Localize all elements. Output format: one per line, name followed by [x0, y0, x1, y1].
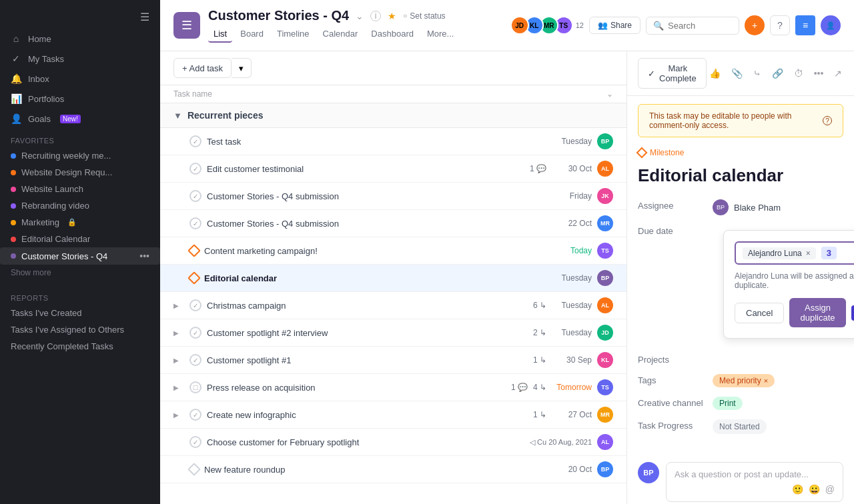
- emoji-icon[interactable]: 🙂: [792, 484, 803, 495]
- fav-dot: [11, 203, 16, 209]
- expand-icon[interactable]: ▶: [173, 411, 184, 419]
- avatar: AL: [597, 161, 613, 177]
- expand-panel-icon[interactable]: ↗: [831, 65, 845, 81]
- sidebar-item-customer-stories-q4[interactable]: Customer Stories - Q4 •••: [0, 247, 160, 265]
- sidebar-item-website-design[interactable]: Website Design Requ...: [0, 164, 160, 181]
- sidebar-item-tasks-created[interactable]: Tasks I've Created: [0, 305, 160, 321]
- assign-duplicate-button[interactable]: Assign duplicate: [789, 298, 845, 327]
- expand-icon[interactable]: ▶: [173, 329, 184, 337]
- chevron-down-icon[interactable]: ⌄: [354, 9, 365, 23]
- star-icon[interactable]: ★: [386, 9, 398, 23]
- sidebar-item-inbox[interactable]: 🔔 Inbox: [0, 69, 160, 89]
- tab-timeline[interactable]: Timeline: [272, 26, 315, 43]
- table-row[interactable]: ▶ ✓ Create new infographic 1 ↳ 27 Oct MR: [160, 401, 626, 429]
- add-button[interactable]: +: [745, 15, 765, 35]
- task-check[interactable]: ✓: [189, 135, 201, 147]
- link-icon[interactable]: 🔗: [769, 65, 786, 81]
- task-progress-row: Task Progress Not Started: [638, 419, 843, 434]
- tab-calendar[interactable]: Calendar: [318, 26, 364, 43]
- tab-more[interactable]: More...: [422, 26, 459, 43]
- sidebar-toggle-icon[interactable]: ☰: [140, 11, 149, 23]
- sidebar-item-recruiting[interactable]: Recruiting weekly me...: [0, 147, 160, 164]
- assignee-value[interactable]: BP Blake Pham: [713, 199, 843, 215]
- task-check[interactable]: ✓: [189, 190, 201, 202]
- sidebar-item-home[interactable]: ⌂ Home: [0, 29, 160, 49]
- comment-area: BP Ask a question or post an update... 🙂…: [638, 462, 843, 502]
- mark-complete-button[interactable]: ✓ Mark Complete: [638, 58, 707, 89]
- expand-icon[interactable]: ▶: [173, 384, 184, 391]
- table-row[interactable]: ✓ Edit customer testimonial 1 💬 30 Oct A…: [160, 155, 626, 183]
- info-icon[interactable]: i: [370, 11, 381, 21]
- remove-assignee-button[interactable]: ×: [806, 249, 811, 258]
- view-toggle-button[interactable]: ≡: [795, 15, 815, 35]
- sidebar-item-my-tasks[interactable]: ✓ My Tasks: [0, 49, 160, 69]
- comment-input-box[interactable]: Ask a question or post an update... 🙂 😀 …: [666, 462, 843, 502]
- task-check[interactable]: ✓: [189, 217, 201, 229]
- share-task-icon[interactable]: ⤷: [751, 65, 764, 81]
- dots-icon[interactable]: •••: [139, 251, 149, 261]
- avatar: AL: [597, 434, 613, 450]
- task-progress-value: Not Started: [713, 419, 843, 434]
- more-icon[interactable]: •••: [811, 65, 827, 81]
- people-icon: 👥: [598, 21, 608, 30]
- sort-icon[interactable]: ⌄: [606, 89, 613, 99]
- table-row[interactable]: Content marketing campaign! Today TS: [160, 237, 626, 265]
- sidebar-item-goals[interactable]: 👤 Goals New!: [0, 109, 160, 129]
- section-toggle[interactable]: ▼: [173, 111, 182, 121]
- sidebar-item-marketing[interactable]: Marketing 🔒: [0, 214, 160, 231]
- table-row[interactable]: ▶ ✓ Customer spotlight #1 1 ↳ 30 Sep KL: [160, 347, 626, 374]
- sidebar-item-editorial-calendar[interactable]: Editorial Calendar: [0, 231, 160, 247]
- sidebar-item-tasks-assigned[interactable]: Tasks I've Assigned to Others: [0, 321, 160, 338]
- tab-board[interactable]: Board: [235, 26, 269, 43]
- fav-dot: [11, 187, 16, 192]
- circle-icon: ○: [403, 12, 407, 19]
- table-row[interactable]: ▶ ✓ Christmas campaign 6 ↳ Tuesday AL: [160, 292, 626, 319]
- table-row[interactable]: ▶ ✓ Customer spotlight #2 interview 2 ↳ …: [160, 319, 626, 347]
- help-button[interactable]: ?: [770, 15, 790, 35]
- tab-list[interactable]: List: [208, 26, 232, 43]
- task-check[interactable]: ✓: [189, 327, 201, 339]
- table-row[interactable]: Editorial calendar Tuesday BP: [160, 265, 626, 292]
- tab-dashboard[interactable]: Dashboard: [366, 26, 419, 43]
- show-more-link[interactable]: Show more: [0, 265, 160, 281]
- search-box[interactable]: 🔍: [646, 17, 739, 35]
- expand-icon[interactable]: ▶: [173, 357, 184, 364]
- notice-help-icon[interactable]: ?: [823, 116, 832, 125]
- sidebar-item-website-launch[interactable]: Website Launch: [0, 181, 160, 197]
- cancel-button[interactable]: Cancel: [735, 303, 784, 323]
- table-row[interactable]: ✓ Test task Tuesday BP: [160, 128, 626, 155]
- table-row[interactable]: ✓ Choose customer for February spotlight…: [160, 429, 626, 456]
- table-row[interactable]: New feature roundup 20 Oct BP: [160, 456, 626, 483]
- table-row[interactable]: ✓ Customer Stories - Q4 submission 22 Oc…: [160, 210, 626, 237]
- remove-tag-button[interactable]: ×: [764, 377, 768, 385]
- paperclip-icon[interactable]: 📎: [729, 65, 745, 81]
- task-diamond[interactable]: [187, 244, 201, 257]
- task-check[interactable]: ✓: [189, 409, 201, 421]
- task-check[interactable]: ✓: [189, 299, 201, 311]
- at-icon[interactable]: @: [825, 484, 835, 495]
- sidebar-item-portfolios[interactable]: 📊 Portfolios: [0, 89, 160, 109]
- set-status-btn[interactable]: ○ Set status: [403, 11, 445, 21]
- expand-icon[interactable]: ▶: [173, 302, 184, 309]
- table-row[interactable]: ✓ Customer Stories - Q4 submission Frida…: [160, 183, 626, 210]
- clock-icon[interactable]: ⏱: [791, 65, 806, 81]
- detail-toolbar: ✓ Mark Complete 👍 📎 ⤷ 🔗 ⏱ ••• ↗: [627, 51, 854, 96]
- avatar: MR: [597, 407, 613, 423]
- task-check[interactable]: ✓: [189, 436, 201, 448]
- table-row[interactable]: ▶ □ Press release on acquisition 1 💬 4 ↳…: [160, 374, 626, 401]
- search-input[interactable]: [668, 21, 732, 31]
- header-title-area: Customer Stories - Q4 ⌄ i ★ ○ Set status…: [208, 8, 506, 43]
- add-task-dropdown[interactable]: ▾: [232, 58, 252, 78]
- sidebar-item-recently-completed[interactable]: Recently Completed Tasks: [0, 338, 160, 355]
- add-task-button[interactable]: + Add task: [173, 58, 232, 78]
- task-diamond[interactable]: [187, 271, 201, 285]
- sidebar-item-rebranding[interactable]: Rebranding video: [0, 197, 160, 214]
- task-icon[interactable]: □: [189, 381, 201, 393]
- task-diamond[interactable]: [187, 463, 201, 476]
- share-button[interactable]: 👥 Share: [589, 17, 640, 34]
- emoji2-icon[interactable]: 😀: [809, 484, 820, 495]
- task-check[interactable]: ✓: [189, 354, 201, 366]
- thumbs-up-icon[interactable]: 👍: [707, 65, 723, 81]
- task-check[interactable]: ✓: [189, 163, 201, 175]
- user-avatar[interactable]: 👤: [821, 15, 841, 35]
